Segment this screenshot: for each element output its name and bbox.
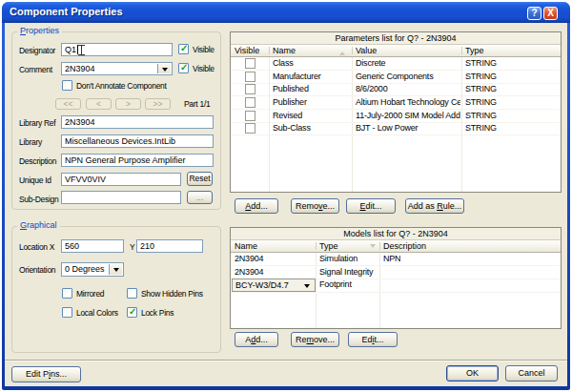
location-label: Location X — [19, 242, 54, 252]
description-input[interactable]: NPN General Purpose Amplifier — [61, 154, 214, 167]
orientation-label: Orientation — [19, 265, 55, 275]
param-row[interactable]: Published 8/6/2000 STRING — [231, 83, 561, 96]
param-row[interactable]: Class Discrete STRING — [231, 57, 561, 71]
comment-visible-checkbox[interactable] — [178, 63, 189, 73]
lock-pins-label: Lock Pins — [141, 308, 174, 318]
col-name[interactable]: Name — [235, 241, 257, 251]
param-row[interactable]: Manufacturer Generic Components STRING — [231, 71, 561, 84]
graphical-group-label: Graphical — [17, 220, 60, 230]
ok-button[interactable]: OK — [446, 365, 499, 382]
col-value[interactable]: Value — [356, 46, 377, 55]
comment-visible-label: Visible — [193, 64, 214, 73]
comment-label: Comment — [19, 65, 52, 74]
col-visible[interactable]: Visible — [235, 46, 259, 55]
help-button[interactable]: ? — [527, 7, 541, 20]
first-part-button[interactable]: << — [55, 98, 81, 110]
sort-indicator — [370, 244, 376, 251]
param-remove-button[interactable]: Remove... — [291, 198, 339, 214]
edit-pins-button[interactable]: Edit Pins... — [11, 366, 81, 382]
param-row[interactable]: Revised 11-July-2000 SIM Model Adde STRI… — [231, 110, 561, 123]
description-label: Description — [19, 156, 56, 166]
location-y-label: Y — [130, 242, 134, 252]
model-remove-button[interactable]: Remove... — [291, 332, 339, 347]
designator-label: Designator — [19, 46, 55, 55]
dont-annotate-label: Don't Annotate Component — [76, 81, 167, 91]
footprint-combo-arrow[interactable] — [300, 280, 314, 290]
parameters-header: Visible Name Value Type — [231, 45, 561, 57]
param-add-as-rule-button[interactable]: Add as Rule... — [405, 198, 464, 214]
param-visible-checkbox[interactable] — [245, 123, 255, 134]
model-add-button[interactable]: Add... — [235, 332, 278, 347]
col-name[interactable]: Name — [273, 46, 296, 55]
models-caption: Models list for Q? - 2N3904 — [231, 228, 561, 240]
lock-pins-checkbox[interactable] — [127, 307, 137, 318]
model-row[interactable]: 2N3904 Simulation NPN — [231, 253, 561, 266]
col-type[interactable]: Type — [319, 241, 338, 251]
param-row[interactable]: Publisher Altium Hobart Technology Cen S… — [231, 96, 561, 110]
sub-design-label: Sub-Design — [19, 195, 58, 204]
location-x-input[interactable]: 560 — [61, 239, 124, 253]
unique-id-input[interactable]: VFVV0VIV — [61, 173, 181, 186]
local-colors-label: Local Colors — [76, 308, 118, 318]
cancel-button[interactable]: Cancel — [505, 365, 558, 382]
comment-combo[interactable]: 2N3904 — [61, 62, 173, 75]
sub-design-input[interactable] — [61, 191, 181, 204]
local-colors-checkbox[interactable] — [62, 307, 72, 318]
mirrored-label: Mirrored — [76, 289, 104, 299]
prev-part-button[interactable]: < — [86, 98, 112, 110]
model-row[interactable]: BCY-W3/D4.7 Footprint — [231, 279, 561, 293]
library-label: Library — [19, 137, 42, 147]
param-visible-checkbox[interactable] — [245, 111, 255, 121]
part-indicator: Part 1/1 — [184, 99, 210, 109]
models-header: Name Type Description — [231, 240, 561, 253]
sort-indicator — [339, 49, 345, 55]
ibeam-cursor — [78, 45, 85, 56]
dont-annotate-checkbox[interactable] — [62, 80, 72, 91]
footprint-combo[interactable]: BCY-W3/D4.7 — [232, 279, 316, 292]
next-part-button[interactable]: > — [115, 98, 141, 110]
orientation-combo-arrow[interactable] — [109, 264, 122, 275]
parameters-panel: Parameters list for Q? - 2N3904 Visible … — [230, 31, 562, 193]
comment-combo-arrow[interactable] — [157, 64, 171, 73]
mirrored-checkbox[interactable] — [62, 288, 72, 299]
models-panel: Models list for Q? - 2N3904 Name Type De… — [230, 227, 562, 329]
param-row[interactable]: Sub-Class BJT - Low Power STRING — [231, 122, 561, 135]
orientation-combo[interactable]: 0 Degrees — [61, 262, 124, 277]
designator-visible-checkbox[interactable] — [178, 44, 189, 54]
param-edit-button[interactable]: Edit... — [346, 198, 396, 214]
last-part-button[interactable]: >> — [145, 98, 171, 110]
library-ref-input[interactable]: 2N3904 — [61, 115, 214, 129]
location-y-input[interactable]: 210 — [136, 239, 203, 253]
model-edit-button[interactable]: Edit... — [348, 332, 398, 347]
show-hidden-pins-checkbox[interactable] — [127, 288, 137, 299]
param-visible-checkbox[interactable] — [245, 72, 255, 82]
library-ref-label: Library Ref — [19, 118, 55, 128]
close-button[interactable]: X — [543, 7, 558, 20]
param-visible-checkbox[interactable] — [245, 58, 255, 69]
footer-separator — [5, 360, 567, 361]
library-input[interactable]: Miscellaneous Devices.IntLib — [61, 134, 214, 148]
param-visible-checkbox[interactable] — [245, 84, 255, 94]
designator-visible-label: Visible — [193, 45, 214, 54]
param-visible-checkbox[interactable] — [245, 97, 255, 108]
sub-design-browse-button[interactable]: ... — [187, 191, 213, 204]
show-hidden-pins-label: Show Hidden Pins — [141, 289, 203, 299]
model-row[interactable]: 2N3904 Signal Integrity — [231, 266, 561, 279]
window-title: Component Properties — [10, 6, 123, 17]
component-properties-dialog: Component Properties ? X Properties Desi… — [0, 0, 572, 392]
reset-button[interactable]: Reset — [187, 172, 213, 186]
col-description[interactable]: Description — [383, 241, 426, 251]
unique-id-label: Unique Id — [19, 175, 51, 185]
properties-group-label: Properties — [17, 26, 62, 35]
col-type[interactable]: Type — [465, 46, 484, 55]
param-add-button[interactable]: Add... — [235, 198, 278, 214]
parameters-caption: Parameters list for Q? - 2N3904 — [231, 32, 561, 45]
